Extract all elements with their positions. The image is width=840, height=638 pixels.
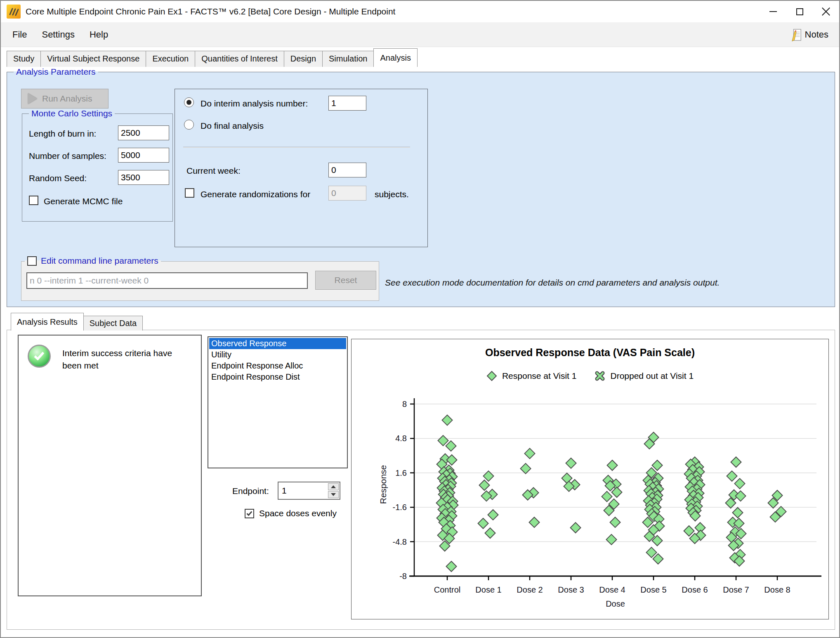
svg-text:4.8: 4.8 bbox=[395, 434, 407, 443]
samples-label: Number of samples: bbox=[29, 151, 106, 161]
seed-input[interactable] bbox=[118, 170, 169, 185]
svg-text:-4.8: -4.8 bbox=[393, 537, 407, 546]
status-message: Interim success criteria have been met bbox=[62, 347, 178, 372]
maximize-icon bbox=[796, 8, 803, 15]
notes-icon bbox=[791, 28, 802, 42]
do-interim-label: Do interim analysis number: bbox=[201, 99, 308, 109]
cross-marker-icon bbox=[595, 371, 605, 381]
list-item-observed-response[interactable]: Observed Response bbox=[209, 338, 346, 349]
generate-randomizations-label: Generate randomizations for bbox=[201, 189, 310, 199]
do-interim-radio[interactable] bbox=[184, 97, 194, 107]
chevron-up-icon bbox=[331, 485, 336, 488]
do-final-radio[interactable] bbox=[184, 120, 194, 130]
burn-in-input[interactable] bbox=[118, 125, 169, 140]
svg-text:Dose 7: Dose 7 bbox=[723, 585, 749, 594]
spin-down-button[interactable] bbox=[328, 491, 339, 498]
monte-carlo-group: Monte Carlo Settings Length of burn in: … bbox=[22, 113, 173, 222]
legend-dropout-label: Dropped out at Visit 1 bbox=[610, 371, 694, 381]
tab-quantities-of-interest[interactable]: Quantities of Interest bbox=[195, 51, 284, 67]
generate-randomizations-checkbox[interactable] bbox=[185, 188, 194, 198]
svg-text:Dose: Dose bbox=[606, 599, 625, 608]
edit-cmd-label: Edit command line parameters bbox=[41, 256, 158, 266]
app-icon bbox=[7, 5, 21, 19]
cmd-parameters-group: Edit command line parameters Reset bbox=[21, 261, 379, 301]
notes-label: Notes bbox=[805, 29, 828, 40]
minimize-button[interactable] bbox=[760, 1, 786, 22]
notes-button[interactable]: Notes bbox=[791, 22, 828, 47]
results-container: Interim success criteria have been met O… bbox=[7, 330, 835, 630]
svg-text:Control: Control bbox=[434, 585, 460, 594]
tab-study[interactable]: Study bbox=[7, 51, 41, 67]
seed-label: Random Seed: bbox=[29, 173, 87, 183]
generate-mcmc-label: Generate MCMC file bbox=[44, 196, 123, 206]
menu-settings[interactable]: Settings bbox=[34, 29, 82, 40]
svg-text:-1.6: -1.6 bbox=[393, 503, 407, 512]
randomizations-count-input bbox=[328, 186, 366, 201]
tab-execution[interactable]: Execution bbox=[146, 51, 195, 67]
current-week-label: Current week: bbox=[186, 166, 241, 176]
legend-response: Response at Visit 1 bbox=[486, 371, 577, 381]
generate-mcmc-checkbox[interactable] bbox=[29, 196, 38, 205]
spin-up-button[interactable] bbox=[328, 483, 339, 490]
svg-text:Dose 4: Dose 4 bbox=[599, 585, 625, 594]
menu-file[interactable]: File bbox=[5, 29, 34, 40]
maximize-button[interactable] bbox=[786, 1, 813, 22]
run-analysis-button[interactable]: Run Analysis bbox=[21, 89, 109, 109]
list-item-endpoint-response-alloc[interactable]: Endpoint Response Alloc bbox=[209, 360, 346, 371]
tab-analysis-results[interactable]: Analysis Results bbox=[11, 313, 84, 331]
current-week-input[interactable] bbox=[328, 163, 366, 177]
edit-cmd-checkbox[interactable] bbox=[27, 256, 37, 266]
main-tabstrip: Study Virtual Subject Response Execution… bbox=[7, 49, 417, 67]
svg-text:8: 8 bbox=[402, 399, 407, 409]
chart-legend: Response at Visit 1 Dropped out at Visit… bbox=[352, 371, 828, 381]
spinner-buttons bbox=[327, 482, 340, 499]
space-doses-checkbox[interactable] bbox=[245, 509, 254, 518]
subjects-label: subjects. bbox=[375, 189, 409, 199]
reset-button[interactable]: Reset bbox=[315, 271, 376, 290]
interim-number-input[interactable] bbox=[328, 96, 366, 111]
minimize-icon bbox=[769, 11, 777, 12]
analysis-parameters-legend: Analysis Parameters bbox=[14, 67, 98, 77]
y-axis-label: Response bbox=[378, 465, 388, 504]
endpoint-stepper[interactable] bbox=[278, 482, 340, 500]
analysis-parameters-group: Analysis Parameters Run Analysis Monte C… bbox=[7, 72, 835, 307]
do-final-label: Do final analysis bbox=[201, 121, 264, 131]
tab-simulation[interactable]: Simulation bbox=[322, 51, 374, 67]
tab-subject-data[interactable]: Subject Data bbox=[83, 316, 143, 331]
results-listbox[interactable]: Observed Response Utility Endpoint Respo… bbox=[208, 336, 348, 468]
list-item-utility[interactable]: Utility bbox=[209, 349, 346, 360]
tab-design[interactable]: Design bbox=[284, 51, 323, 67]
chart-panel: 84.81.6-1.6-4.8-8ControlDose 1Dose 2Dose… bbox=[351, 339, 829, 619]
svg-text:Dose 2: Dose 2 bbox=[517, 585, 543, 594]
close-button[interactable] bbox=[813, 1, 839, 22]
cmd-note: See execution mode documentation for det… bbox=[385, 278, 720, 288]
svg-text:-8: -8 bbox=[399, 572, 407, 581]
cmd-legend: Edit command line parameters bbox=[25, 256, 161, 266]
menu-help[interactable]: Help bbox=[82, 29, 116, 40]
interim-analysis-group: Do interim analysis number: Do final ana… bbox=[175, 89, 428, 247]
endpoint-label: Endpoint: bbox=[232, 486, 269, 496]
svg-text:Dose 5: Dose 5 bbox=[640, 585, 666, 594]
tab-virtual-subject-response[interactable]: Virtual Subject Response bbox=[40, 51, 146, 67]
cmd-input[interactable] bbox=[26, 272, 308, 289]
divider bbox=[183, 147, 410, 148]
svg-text:Dose 6: Dose 6 bbox=[682, 585, 708, 594]
legend-dropout: Dropped out at Visit 1 bbox=[595, 371, 694, 381]
svg-text:Dose 8: Dose 8 bbox=[764, 585, 790, 594]
run-analysis-label: Run Analysis bbox=[42, 94, 92, 104]
list-item-endpoint-response-dist[interactable]: Endpoint Response Dist bbox=[209, 371, 346, 383]
caption-buttons bbox=[760, 1, 839, 22]
monte-carlo-legend: Monte Carlo Settings bbox=[29, 109, 115, 118]
chevron-down-icon bbox=[331, 493, 336, 496]
success-check-icon bbox=[28, 345, 51, 368]
samples-input[interactable] bbox=[118, 148, 169, 163]
burn-in-label: Length of burn in: bbox=[29, 129, 96, 139]
app-window: Core Multiple Endpoint Chronic Pain Ex1 … bbox=[0, 0, 840, 638]
space-doses-row: Space doses evenly bbox=[245, 508, 337, 518]
endpoint-input[interactable] bbox=[278, 482, 327, 499]
legend-response-label: Response at Visit 1 bbox=[502, 371, 577, 381]
window-title: Core Multiple Endpoint Chronic Pain Ex1 … bbox=[26, 7, 395, 17]
tab-analysis[interactable]: Analysis bbox=[373, 48, 417, 67]
play-icon bbox=[28, 93, 37, 104]
svg-text:Dose 3: Dose 3 bbox=[558, 585, 584, 594]
